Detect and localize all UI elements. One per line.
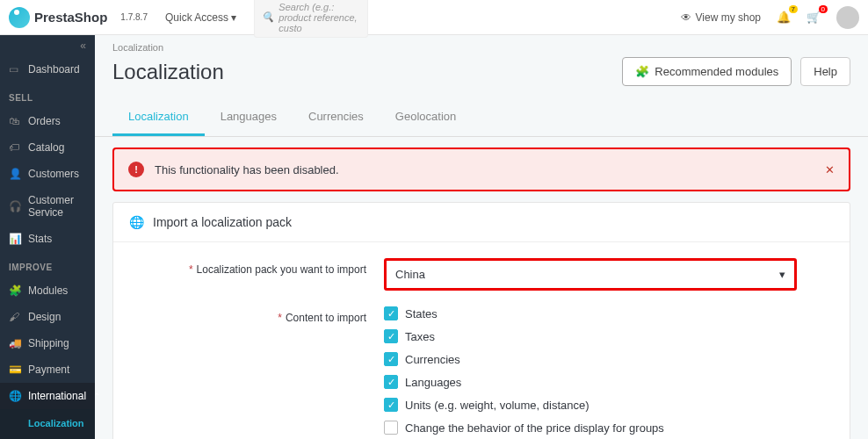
checkbox-currencies[interactable]: ✓	[384, 352, 398, 366]
checkbox-languages[interactable]: ✓	[384, 375, 398, 389]
sidebar: « ▭Dashboard SELL 🛍Orders 🏷Catalog 👤Cust…	[0, 35, 95, 439]
checkbox-states[interactable]: ✓	[384, 306, 398, 320]
check-taxes[interactable]: ✓Taxes	[384, 329, 797, 343]
page-title: Localization	[112, 60, 224, 84]
pack-label: *Localization pack you want to import	[129, 258, 384, 276]
localization-pack-select[interactable]: China ▾	[384, 258, 797, 291]
alert-text: This functionality has been disabled.	[155, 163, 339, 176]
recommended-modules-button[interactable]: 🧩 Recommended modules	[622, 57, 792, 86]
error-icon: !	[128, 162, 144, 177]
sidebar-collapse-icon[interactable]: «	[0, 35, 95, 56]
sidebar-stats[interactable]: 📊Stats	[0, 226, 95, 252]
tab-geolocation[interactable]: Geolocation	[380, 99, 472, 136]
tab-currencies[interactable]: Currencies	[293, 99, 380, 136]
main-content: Localization Localization 🧩 Recommended …	[95, 35, 868, 439]
check-currencies[interactable]: ✓Currencies	[384, 352, 797, 366]
globe-icon: 🌐	[9, 390, 21, 402]
dashboard-icon: ▭	[9, 63, 21, 76]
sidebar-international-submenu: Localization Locations Taxes Translation…	[0, 409, 95, 439]
checkbox-taxes[interactable]: ✓	[384, 329, 398, 343]
prestashop-icon	[9, 7, 30, 28]
sidebar-dashboard[interactable]: ▭Dashboard	[0, 56, 95, 83]
search-input[interactable]: 🔍 Search (e.g.: product reference, custo	[254, 0, 368, 38]
customers-icon: 👤	[9, 168, 21, 180]
puzzle-icon: 🧩	[635, 65, 649, 78]
tab-localization[interactable]: Localization	[112, 99, 205, 136]
sidebar-orders[interactable]: 🛍Orders	[0, 108, 95, 134]
stats-icon: 📊	[9, 233, 21, 245]
globe-icon: 🌐	[129, 215, 144, 229]
help-button[interactable]: Help	[800, 57, 850, 86]
view-shop-link[interactable]: 👁 View my shop	[681, 11, 761, 24]
tab-languages[interactable]: Languages	[205, 99, 293, 136]
tab-bar: Localization Languages Currencies Geoloc…	[95, 99, 868, 137]
service-icon: 🎧	[9, 200, 21, 212]
check-languages[interactable]: ✓Languages	[384, 375, 797, 389]
catalog-icon: 🏷	[9, 141, 21, 154]
alert-close-icon[interactable]: ✕	[825, 163, 835, 176]
sidebar-modules[interactable]: 🧩Modules	[0, 277, 95, 304]
quick-access-dropdown[interactable]: Quick Access ▾	[165, 11, 236, 24]
shipping-icon: 🚚	[9, 337, 21, 349]
checkbox-price-behavior[interactable]	[384, 421, 398, 435]
search-placeholder: Search (e.g.: product reference, custo	[278, 2, 360, 33]
chevron-down-icon: ▾	[779, 268, 785, 281]
sidebar-payment[interactable]: 💳Payment	[0, 356, 95, 383]
notifications-icon[interactable]: 🔔7	[777, 11, 791, 24]
sidebar-section-improve: IMPROVE	[0, 252, 95, 277]
sidebar-sub-localization[interactable]: Localization	[0, 413, 95, 434]
sidebar-customers[interactable]: 👤Customers	[0, 161, 95, 187]
topbar-right: 👁 View my shop 🔔7 🛒0	[681, 6, 859, 29]
sidebar-sub-locations[interactable]: Locations	[0, 434, 95, 439]
logo-text: PrestaShop	[34, 10, 107, 25]
sidebar-section-sell: SELL	[0, 83, 95, 108]
orders-icon: 🛍	[9, 115, 21, 127]
payment-icon: 💳	[9, 363, 21, 376]
profile-avatar[interactable]	[836, 6, 859, 29]
check-units[interactable]: ✓Units (e.g. weight, volume, distance)	[384, 398, 797, 412]
sidebar-shipping[interactable]: 🚚Shipping	[0, 330, 95, 356]
check-states[interactable]: ✓States	[384, 306, 797, 320]
alert-error: ! This functionality has been disabled. …	[112, 148, 850, 191]
checkbox-units[interactable]: ✓	[384, 398, 398, 412]
content-label: *Content to import	[129, 306, 384, 324]
logo[interactable]: PrestaShop	[9, 7, 107, 28]
sidebar-customer-service[interactable]: 🎧Customer Service	[0, 187, 95, 226]
debug-icon[interactable]: 🛒0	[807, 11, 821, 24]
page-header: Localization 🧩 Recommended modules Help	[95, 53, 868, 99]
import-card: 🌐 Import a localization pack *Localizati…	[112, 202, 850, 439]
sidebar-catalog[interactable]: 🏷Catalog	[0, 134, 95, 161]
top-bar: PrestaShop 1.7.8.7 Quick Access ▾ 🔍 Sear…	[0, 0, 868, 35]
import-card-header: 🌐 Import a localization pack	[113, 203, 850, 242]
sidebar-design[interactable]: 🖌Design	[0, 304, 95, 330]
eye-icon: 👁	[681, 11, 691, 24]
design-icon: 🖌	[9, 311, 21, 323]
modules-icon: 🧩	[9, 284, 21, 297]
version-label: 1.7.8.7	[120, 12, 148, 22]
search-icon: 🔍	[262, 11, 274, 23]
sidebar-international[interactable]: 🌐International⌃	[0, 383, 95, 409]
breadcrumb: Localization	[95, 35, 868, 53]
check-price-behavior[interactable]: Change the behavior of the price display…	[384, 421, 797, 435]
